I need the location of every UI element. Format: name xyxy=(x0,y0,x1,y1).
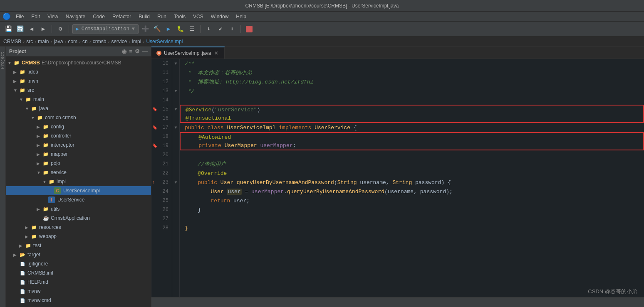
fold-10[interactable]: ▼ xyxy=(172,59,179,68)
coverage-btn[interactable]: ☰ xyxy=(187,24,197,34)
back-btn[interactable]: ◀ xyxy=(27,24,37,34)
code-line-14 xyxy=(180,96,644,105)
line-28: 28 xyxy=(151,223,172,233)
tree-item-userservice[interactable]: ▶ I UserService xyxy=(6,195,151,204)
code-line-18: @Autowired xyxy=(180,132,644,141)
tree-item-resources[interactable]: ▶ 📁 resources xyxy=(6,223,151,232)
forward-btn[interactable]: ▶ xyxy=(38,24,48,34)
tree-item-crmsb[interactable]: ▼ 📁 CRMSB E:\Dropbox\phoenix\course\CRMS… xyxy=(6,58,151,67)
menu-build[interactable]: Build xyxy=(135,13,153,20)
hammer-btn[interactable]: 🔨 xyxy=(152,24,162,34)
tab-close-btn[interactable]: ✕ xyxy=(213,50,219,56)
tree-label-resources: resources xyxy=(39,224,61,230)
menu-navigate[interactable]: Navigate xyxy=(62,13,89,20)
tree-item-userserviceimpl[interactable]: ▶ C UserServiceImpl xyxy=(6,186,151,195)
menu-window[interactable]: Window xyxy=(208,13,232,20)
breadcrumb-userserviceimpl: UserServiceImpl xyxy=(146,39,183,44)
tree-item-test[interactable]: ▶ 📁 test xyxy=(6,241,151,250)
breadcrumb-crmsb[interactable]: CRMSB xyxy=(3,39,21,44)
tree-item-pom-xml[interactable]: ▶ 📄 pom.xml xyxy=(6,305,151,307)
run-config-dropdown[interactable]: ▶ CrmsbApplication ▼ xyxy=(72,24,139,34)
tree-arrow-idea: ▶ xyxy=(13,70,19,74)
add-config-btn[interactable]: ➕ xyxy=(140,24,150,34)
line-18: 18 xyxy=(151,132,172,141)
tree-item-service[interactable]: ▼ 📁 service xyxy=(6,168,151,177)
vcs-update-btn[interactable]: ⬇ xyxy=(204,24,214,34)
sidebar-gear-btn[interactable]: ⚙ xyxy=(135,48,140,54)
save-all-btn[interactable]: 💾 xyxy=(3,24,13,34)
tree-item-config[interactable]: ▶ 📁 config xyxy=(6,122,151,131)
navigate-btn[interactable]: ⚙ xyxy=(55,24,65,34)
tree-item-mvn[interactable]: ▶ 📁 .mvn xyxy=(6,76,151,86)
fold-23[interactable]: ▼ xyxy=(172,178,179,187)
run-btn[interactable]: ▶ xyxy=(163,24,173,34)
fold-15[interactable]: ▼ xyxy=(172,105,179,114)
code-line-20 xyxy=(180,150,644,160)
tree-item-com-cn-crmsb[interactable]: ▼ 📁 com.cn.crmsb xyxy=(6,113,151,122)
breadcrumb-service[interactable]: service xyxy=(111,39,127,44)
menu-view[interactable]: View xyxy=(44,13,62,20)
tree-item-mvnwcmd[interactable]: ▶ 📄 mvnw.cmd xyxy=(6,296,151,305)
menu-refactor[interactable]: Refactor xyxy=(109,13,134,20)
code-line-24: User user = userMapper.queryUserByUserna… xyxy=(180,187,644,196)
tree-item-controller[interactable]: ▶ 📁 controller xyxy=(6,131,151,140)
sidebar-minimize-btn[interactable]: — xyxy=(142,48,148,54)
debug-btn[interactable]: 🐛 xyxy=(175,24,185,34)
breadcrumb-src[interactable]: src xyxy=(26,39,33,44)
breadcrumb-impl[interactable]: impl xyxy=(132,39,141,44)
menu-file[interactable]: File xyxy=(12,13,27,20)
stop-btn[interactable] xyxy=(244,24,254,34)
sidebar-scope-btn[interactable]: ◉ xyxy=(122,48,126,54)
tree-item-mapper[interactable]: ▶ 📁 mapper xyxy=(6,150,151,159)
title-text: CRMSB [E:\Dropbox\phoenix\course\CRMSB] … xyxy=(245,3,399,9)
tree-item-pojo[interactable]: ▶ 📁 pojo xyxy=(6,159,151,168)
breadcrumb-com[interactable]: com xyxy=(68,39,77,44)
tree-label-crmsb-app: CrmsbApplication xyxy=(51,215,90,221)
sidebar-layout-btn[interactable]: ≡ xyxy=(129,48,132,54)
tree-item-utils[interactable]: ▶ 📁 utils xyxy=(6,204,151,214)
tree-arrow-interceptor: ▶ xyxy=(37,143,42,147)
tree-item-src[interactable]: ▼ 📁 src xyxy=(6,86,151,95)
tree-label-src: src xyxy=(27,87,34,93)
menu-tools[interactable]: Tools xyxy=(171,13,189,20)
tree-label-mapper: mapper xyxy=(51,151,68,157)
tree-label-help-md: HELP.md xyxy=(27,279,48,285)
tree-item-idea[interactable]: ▶ 📁 .idea xyxy=(6,67,151,76)
tree-item-webapp[interactable]: ▶ 📁 webapp xyxy=(6,232,151,241)
fold-17[interactable]: ▼ xyxy=(172,123,179,132)
breadcrumb-java[interactable]: java xyxy=(54,39,63,44)
project-tab-label[interactable]: Project xyxy=(0,50,5,71)
tree-label-crmsb-path: E:\Dropbox\phoenix\course\CRMSB xyxy=(42,60,121,66)
menu-run[interactable]: Run xyxy=(154,13,170,20)
tree-item-interceptor[interactable]: ▶ 📁 interceptor xyxy=(6,140,151,150)
menu-edit[interactable]: Edit xyxy=(28,13,43,20)
code-line-23: public User queryUserByUsernameAndPasswo… xyxy=(180,178,644,187)
tree-item-mvnw[interactable]: ▶ 📄 mvnw xyxy=(6,287,151,296)
menu-help[interactable]: Help xyxy=(233,13,250,20)
menu-code[interactable]: Code xyxy=(89,13,108,20)
breadcrumb-cn[interactable]: cn xyxy=(82,39,88,44)
tree-item-impl[interactable]: ▼ 📁 impl xyxy=(6,177,151,186)
title-bar: CRMSB [E:\Dropbox\phoenix\course\CRMSB] … xyxy=(0,0,644,12)
tree-item-gitignore[interactable]: ▶ 📄 .gitignore xyxy=(6,259,151,268)
vcs-push-btn[interactable]: ⬆ xyxy=(227,24,237,34)
editor-tab-userserviceimpl[interactable]: C UserServiceImpl.java ✕ xyxy=(151,47,225,59)
tree-item-crmsb-app[interactable]: ▶ ☕ CrmsbApplication xyxy=(6,214,151,223)
breadcrumb-main[interactable]: main xyxy=(38,39,49,44)
breadcrumb-crmsb2[interactable]: crmsb xyxy=(93,39,107,44)
tree-item-java[interactable]: ▼ 📁 java xyxy=(6,104,151,113)
tree-label-com-cn-crmsb: com.cn.crmsb xyxy=(45,115,76,120)
tree-item-main[interactable]: ▼ 📁 main xyxy=(6,95,151,104)
tree-label-idea: .idea xyxy=(27,69,38,75)
vcs-commit-btn[interactable]: ✔ xyxy=(215,24,225,34)
fold-13[interactable]: ▼ xyxy=(172,86,179,96)
tree-item-target[interactable]: ▶ 📂 target xyxy=(6,250,151,259)
code-content[interactable]: /** * 本文作者：谷哥的小弟 * 博客地址: http://blog.csd… xyxy=(180,59,644,297)
md-icon: 📄 xyxy=(19,279,26,285)
tree-item-help-md[interactable]: ▶ 📄 HELP.md xyxy=(6,278,151,287)
menu-vcs[interactable]: VCS xyxy=(190,13,207,20)
sync-btn[interactable]: 🔄 xyxy=(15,24,25,34)
tree-arrow-service: ▼ xyxy=(37,170,42,175)
tree-item-crmsb-iml[interactable]: ▶ 📄 CRMSB.iml xyxy=(6,268,151,278)
watermark: CSDN @谷哥的小弟 xyxy=(588,288,637,295)
